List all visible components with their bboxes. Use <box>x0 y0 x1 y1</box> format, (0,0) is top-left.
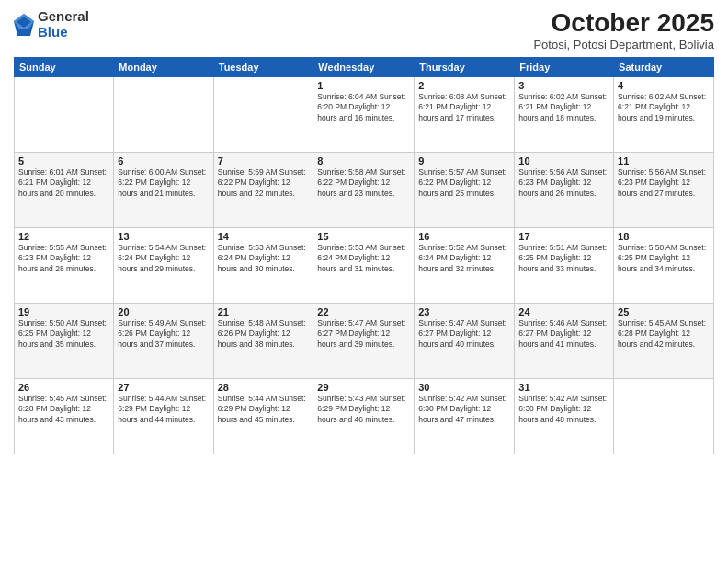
col-sunday: Sunday <box>15 57 114 76</box>
day-number: 20 <box>118 306 209 317</box>
day-number: 24 <box>518 306 609 317</box>
week-row-4: 26Sunrise: 5:45 AM Sunset: 6:28 PM Dayli… <box>15 378 714 454</box>
table-row: 10Sunrise: 5:56 AM Sunset: 6:23 PM Dayli… <box>515 152 614 227</box>
day-info: Sunrise: 5:43 AM Sunset: 6:29 PM Dayligh… <box>317 394 410 425</box>
table-row: 1Sunrise: 6:04 AM Sunset: 6:20 PM Daylig… <box>313 76 415 152</box>
day-info: Sunrise: 5:50 AM Sunset: 6:25 PM Dayligh… <box>618 243 710 274</box>
day-number: 1 <box>317 80 410 91</box>
logo-blue: Blue <box>38 25 89 40</box>
table-row: 17Sunrise: 5:51 AM Sunset: 6:25 PM Dayli… <box>515 227 614 303</box>
day-info: Sunrise: 5:54 AM Sunset: 6:24 PM Dayligh… <box>118 243 209 274</box>
day-number: 22 <box>317 306 410 317</box>
day-info: Sunrise: 6:01 AM Sunset: 6:21 PM Dayligh… <box>18 167 109 199</box>
table-row: 15Sunrise: 5:53 AM Sunset: 6:24 PM Dayli… <box>313 227 415 303</box>
day-number: 17 <box>518 231 609 242</box>
table-row <box>114 76 213 152</box>
col-monday: Monday <box>114 57 213 76</box>
table-row: 3Sunrise: 6:02 AM Sunset: 6:21 PM Daylig… <box>515 76 614 152</box>
table-row: 4Sunrise: 6:02 AM Sunset: 6:21 PM Daylig… <box>614 76 714 152</box>
logo-general: General <box>38 9 89 25</box>
day-info: Sunrise: 5:59 AM Sunset: 6:22 PM Dayligh… <box>218 167 310 199</box>
day-info: Sunrise: 5:52 AM Sunset: 6:24 PM Dayligh… <box>418 243 510 274</box>
day-number: 9 <box>418 155 510 167</box>
table-row: 8Sunrise: 5:58 AM Sunset: 6:22 PM Daylig… <box>313 152 415 227</box>
day-number: 27 <box>118 382 209 393</box>
col-thursday: Thursday <box>415 57 515 76</box>
logo-icon <box>14 12 34 38</box>
day-info: Sunrise: 5:53 AM Sunset: 6:24 PM Dayligh… <box>317 243 410 274</box>
day-number: 13 <box>118 231 209 242</box>
table-row: 28Sunrise: 5:44 AM Sunset: 6:29 PM Dayli… <box>213 378 313 454</box>
table-row: 20Sunrise: 5:49 AM Sunset: 6:26 PM Dayli… <box>114 303 213 378</box>
col-friday: Friday <box>515 57 614 76</box>
week-row-3: 19Sunrise: 5:50 AM Sunset: 6:25 PM Dayli… <box>15 303 714 378</box>
col-tuesday: Tuesday <box>213 57 313 76</box>
day-info: Sunrise: 5:46 AM Sunset: 6:27 PM Dayligh… <box>518 318 609 350</box>
day-number: 3 <box>518 80 609 91</box>
day-number: 21 <box>218 306 310 317</box>
table-row: 11Sunrise: 5:56 AM Sunset: 6:23 PM Dayli… <box>614 152 714 227</box>
header: General Blue October 2025 Potosi, Potosi… <box>14 9 714 52</box>
day-info: Sunrise: 5:47 AM Sunset: 6:27 PM Dayligh… <box>418 318 510 350</box>
day-number: 31 <box>518 382 609 393</box>
week-row-1: 5Sunrise: 6:01 AM Sunset: 6:21 PM Daylig… <box>15 152 714 227</box>
subtitle: Potosi, Potosi Department, Bolivia <box>533 38 714 52</box>
day-number: 26 <box>18 382 109 393</box>
day-number: 19 <box>18 306 109 317</box>
day-info: Sunrise: 5:56 AM Sunset: 6:23 PM Dayligh… <box>518 167 609 199</box>
day-number: 6 <box>118 155 209 167</box>
header-row: Sunday Monday Tuesday Wednesday Thursday… <box>15 57 714 76</box>
day-number: 4 <box>618 80 710 91</box>
table-row: 19Sunrise: 5:50 AM Sunset: 6:25 PM Dayli… <box>15 303 114 378</box>
logo: General Blue <box>14 9 89 40</box>
table-row: 9Sunrise: 5:57 AM Sunset: 6:22 PM Daylig… <box>415 152 515 227</box>
table-row: 7Sunrise: 5:59 AM Sunset: 6:22 PM Daylig… <box>213 152 313 227</box>
day-number: 29 <box>317 382 410 393</box>
day-info: Sunrise: 6:00 AM Sunset: 6:22 PM Dayligh… <box>118 167 209 199</box>
day-number: 11 <box>618 155 710 167</box>
day-info: Sunrise: 5:51 AM Sunset: 6:25 PM Dayligh… <box>518 243 609 274</box>
table-row <box>213 76 313 152</box>
table-row <box>614 378 714 454</box>
day-number: 30 <box>418 382 510 393</box>
table-row: 26Sunrise: 5:45 AM Sunset: 6:28 PM Dayli… <box>15 378 114 454</box>
day-number: 5 <box>18 155 109 167</box>
day-info: Sunrise: 5:45 AM Sunset: 6:28 PM Dayligh… <box>18 394 109 425</box>
day-info: Sunrise: 5:42 AM Sunset: 6:30 PM Dayligh… <box>418 394 510 425</box>
col-saturday: Saturday <box>614 57 714 76</box>
day-info: Sunrise: 5:50 AM Sunset: 6:25 PM Dayligh… <box>18 318 109 350</box>
logo-text: General Blue <box>38 9 89 40</box>
table-row: 31Sunrise: 5:42 AM Sunset: 6:30 PM Dayli… <box>515 378 614 454</box>
title-block: October 2025 Potosi, Potosi Department, … <box>533 9 714 52</box>
table-row: 27Sunrise: 5:44 AM Sunset: 6:29 PM Dayli… <box>114 378 213 454</box>
day-info: Sunrise: 5:53 AM Sunset: 6:24 PM Dayligh… <box>218 243 310 274</box>
col-wednesday: Wednesday <box>313 57 415 76</box>
table-row <box>15 76 114 152</box>
day-number: 2 <box>418 80 510 91</box>
day-number: 18 <box>618 231 710 242</box>
day-info: Sunrise: 5:47 AM Sunset: 6:27 PM Dayligh… <box>317 318 410 350</box>
table-row: 16Sunrise: 5:52 AM Sunset: 6:24 PM Dayli… <box>415 227 515 303</box>
calendar: Sunday Monday Tuesday Wednesday Thursday… <box>14 57 714 454</box>
day-info: Sunrise: 5:49 AM Sunset: 6:26 PM Dayligh… <box>118 318 209 350</box>
page: General Blue October 2025 Potosi, Potosi… <box>0 0 728 563</box>
week-row-0: 1Sunrise: 6:04 AM Sunset: 6:20 PM Daylig… <box>15 76 714 152</box>
table-row: 23Sunrise: 5:47 AM Sunset: 6:27 PM Dayli… <box>415 303 515 378</box>
day-number: 10 <box>518 155 609 167</box>
day-number: 7 <box>218 155 310 167</box>
day-info: Sunrise: 5:58 AM Sunset: 6:22 PM Dayligh… <box>317 167 410 199</box>
table-row: 2Sunrise: 6:03 AM Sunset: 6:21 PM Daylig… <box>415 76 515 152</box>
day-number: 28 <box>218 382 310 393</box>
day-info: Sunrise: 5:44 AM Sunset: 6:29 PM Dayligh… <box>218 394 310 425</box>
day-info: Sunrise: 6:03 AM Sunset: 6:21 PM Dayligh… <box>418 92 510 123</box>
table-row: 6Sunrise: 6:00 AM Sunset: 6:22 PM Daylig… <box>114 152 213 227</box>
table-row: 14Sunrise: 5:53 AM Sunset: 6:24 PM Dayli… <box>213 227 313 303</box>
day-number: 14 <box>218 231 310 242</box>
table-row: 13Sunrise: 5:54 AM Sunset: 6:24 PM Dayli… <box>114 227 213 303</box>
day-info: Sunrise: 5:45 AM Sunset: 6:28 PM Dayligh… <box>618 318 710 350</box>
day-number: 16 <box>418 231 510 242</box>
day-info: Sunrise: 5:56 AM Sunset: 6:23 PM Dayligh… <box>618 167 710 199</box>
day-info: Sunrise: 5:42 AM Sunset: 6:30 PM Dayligh… <box>518 394 609 425</box>
table-row: 24Sunrise: 5:46 AM Sunset: 6:27 PM Dayli… <box>515 303 614 378</box>
day-info: Sunrise: 6:02 AM Sunset: 6:21 PM Dayligh… <box>518 92 609 123</box>
